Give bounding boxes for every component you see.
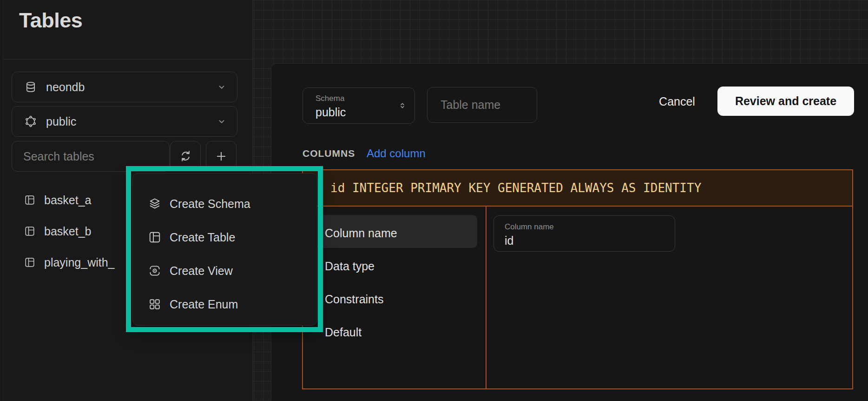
page-title: Tables: [19, 8, 82, 33]
table-name-placeholder: Table name: [441, 98, 500, 112]
chevron-down-icon: [217, 116, 227, 127]
database-select-value: neondb: [46, 80, 207, 94]
annotation-highlight-frame: [126, 166, 323, 332]
table-row-playing-with[interactable]: playing_with_: [24, 254, 115, 270]
sidebar-divider: [3, 59, 252, 60]
schema-sidebar-select[interactable]: public: [12, 106, 237, 137]
table-row-label: basket_b: [44, 225, 91, 238]
table-row-basket-a[interactable]: basket_a: [24, 192, 91, 208]
table-icon: [24, 257, 35, 268]
tab-data-type[interactable]: Data type: [325, 260, 375, 273]
search-tables-placeholder: Search tables: [23, 150, 94, 163]
table-row-basket-b[interactable]: basket_b: [24, 223, 91, 239]
database-select[interactable]: neondb: [12, 72, 237, 102]
database-icon: [25, 81, 37, 93]
editor-divider: [486, 207, 487, 388]
plus-icon: [215, 150, 228, 163]
column-sql-text: id INTEGER PRIMARY KEY GENERATED ALWAYS …: [330, 181, 701, 195]
table-icon: [24, 194, 35, 206]
tab-default[interactable]: Default: [325, 326, 362, 339]
column-name-field[interactable]: Column name id: [493, 215, 675, 252]
updown-chevron-icon: [398, 101, 407, 110]
columns-section-heading: COLUMNS: [302, 148, 355, 159]
schema-icon: [25, 115, 37, 127]
cancel-button[interactable]: Cancel: [650, 89, 704, 114]
column-name-field-value: id: [505, 234, 513, 247]
chevron-down-icon: [217, 82, 227, 92]
schema-sidebar-select-value: public: [46, 115, 207, 128]
schema-select-label: Schema: [316, 94, 344, 103]
table-row-label: playing_with_: [44, 256, 115, 269]
tab-column-name[interactable]: Column name: [325, 227, 397, 240]
add-column-link[interactable]: Add column: [367, 147, 426, 160]
create-table-panel: Schema public Table name Cancel Review a…: [271, 63, 868, 401]
table-name-input[interactable]: Table name: [427, 87, 537, 123]
column-name-field-label: Column name: [505, 222, 554, 232]
column-editor: id INTEGER PRIMARY KEY GENERATED ALWAYS …: [302, 169, 853, 389]
review-and-create-button[interactable]: Review and create: [717, 87, 854, 116]
table-row-label: basket_a: [44, 194, 91, 207]
schema-select-value: public: [316, 106, 346, 119]
table-icon: [24, 226, 35, 237]
schema-select[interactable]: Schema public: [302, 87, 415, 124]
column-sql-row[interactable]: id INTEGER PRIMARY KEY GENERATED ALWAYS …: [303, 170, 852, 207]
refresh-icon: [179, 150, 192, 162]
tab-constraints[interactable]: Constraints: [325, 293, 383, 306]
